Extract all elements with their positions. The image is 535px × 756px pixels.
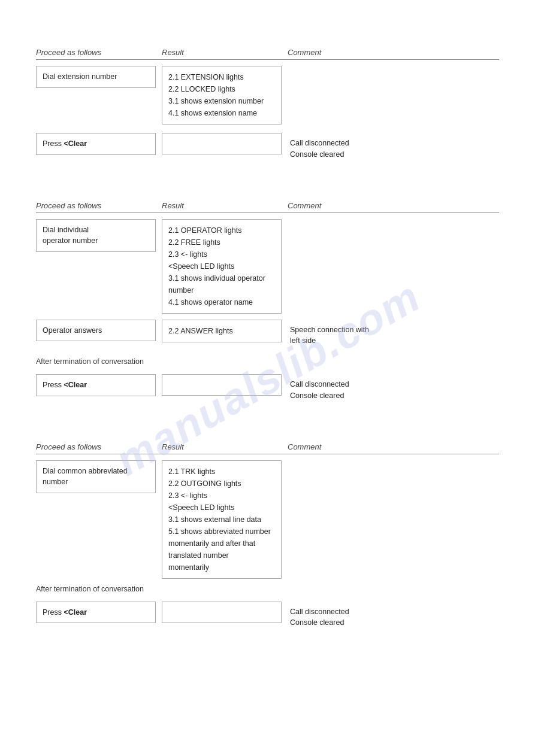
comment-cell [288,460,499,470]
comment-cell [288,66,499,75]
table-row-0: Dial individual operator number2.1 OPERA… [36,219,499,314]
comment-cell: Call disconnected Console cleared [288,602,499,634]
result-cell: 2.1 TRK lights2.2 OUTGOING lights2.3 <- … [162,460,282,579]
section-3: Proceed as followsResultCommentDial comm… [36,442,499,634]
comment-cell: Call disconnected Console cleared [288,374,499,406]
table-row-0: Dial extension number2.1 EXTENSION light… [36,66,499,125]
table-header: Proceed as followsResultComment [36,48,499,60]
result-cell [162,374,282,396]
result-cell [162,602,282,623]
result-cell: 2.2 ANSWER lights [162,320,282,342]
after-termination-text: After termination of conversation [36,585,499,593]
result-cell: 2.1 OPERATOR lights2.2 FREE lights2.3 <-… [162,219,282,314]
comment-cell: Speech connection with left side [288,320,499,352]
table-row-0: Dial common abbreviated number2.1 TRK li… [36,460,499,579]
header-result: Result [162,48,282,57]
header-proceed: Proceed as follows [36,442,156,451]
comment-cell [288,219,499,229]
header-proceed: Proceed as follows [36,48,156,57]
proceed-cell: Press <Clear [36,133,156,155]
table-row-3: Press <ClearCall disconnected Console cl… [36,374,499,406]
table-row-1: Operator answers2.2 ANSWER lightsSpeech … [36,320,499,352]
header-proceed: Proceed as follows [36,201,156,210]
proceed-cell: Dial common abbreviated number [36,460,156,494]
header-result: Result [162,201,282,210]
header-result: Result [162,442,282,451]
section-2: Proceed as followsResultCommentDial indi… [36,201,499,406]
table-header: Proceed as followsResultComment [36,201,499,213]
header-comment: Comment [288,442,499,451]
proceed-cell: Dial extension number [36,66,156,88]
after-termination-text: After termination of conversation [36,357,499,366]
header-comment: Comment [288,201,499,210]
table-header: Proceed as followsResultComment [36,442,499,454]
proceed-cell: Operator answers [36,320,156,342]
table-row-2: Press <ClearCall disconnected Console cl… [36,602,499,634]
result-cell [162,133,282,154]
result-cell: 2.1 EXTENSION lights2.2 LLOCKED lights3.… [162,66,282,125]
proceed-cell: Press <Clear [36,602,156,624]
comment-cell: Call disconnected Console cleared [288,133,499,165]
header-comment: Comment [288,48,499,57]
proceed-cell: Dial individual operator number [36,219,156,253]
table-row-1: Press <ClearCall disconnected Console cl… [36,133,499,165]
section-1: Proceed as followsResultCommentDial exte… [36,48,499,165]
proceed-cell: Press <Clear [36,374,156,396]
page-content: Proceed as followsResultCommentDial exte… [0,0,535,705]
